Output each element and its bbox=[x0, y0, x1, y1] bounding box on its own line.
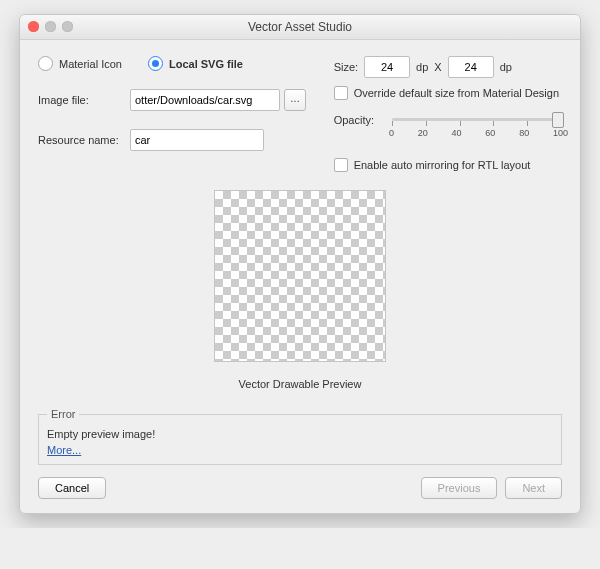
radio-material-icon[interactable]: Material Icon bbox=[38, 56, 122, 71]
slider-labels: 0 20 40 60 80 100 bbox=[389, 128, 568, 138]
resource-name-input[interactable] bbox=[130, 129, 264, 151]
override-checkbox[interactable] bbox=[334, 86, 348, 100]
size-sep: X bbox=[434, 61, 441, 73]
image-file-label: Image file: bbox=[38, 94, 130, 106]
browse-button[interactable]: … bbox=[284, 89, 306, 111]
image-file-input[interactable] bbox=[130, 89, 280, 111]
window-title: Vector Asset Studio bbox=[248, 20, 352, 34]
resource-name-label: Resource name: bbox=[38, 134, 130, 146]
zoom-icon[interactable] bbox=[62, 21, 73, 32]
preview-canvas bbox=[214, 190, 386, 362]
radio-local-svg[interactable]: Local SVG file bbox=[148, 56, 243, 71]
size-unit2: dp bbox=[500, 61, 512, 73]
error-group: Error Empty preview image! More... bbox=[38, 408, 562, 465]
slider-ticks bbox=[392, 121, 562, 126]
cancel-button[interactable]: Cancel bbox=[38, 477, 106, 499]
close-icon[interactable] bbox=[28, 21, 39, 32]
error-more-link[interactable]: More... bbox=[47, 444, 81, 456]
error-legend: Error bbox=[47, 408, 79, 420]
preview-label: Vector Drawable Preview bbox=[239, 378, 362, 390]
size-height-input[interactable] bbox=[448, 56, 494, 78]
opacity-slider[interactable]: 0 20 40 60 80 100 bbox=[392, 114, 562, 142]
size-unit1: dp bbox=[416, 61, 428, 73]
radio-svg-label: Local SVG file bbox=[169, 58, 243, 70]
size-width-input[interactable] bbox=[364, 56, 410, 78]
dialog-content: Material Icon Local SVG file Image file:… bbox=[20, 40, 580, 513]
rtl-label: Enable auto mirroring for RTL layout bbox=[354, 159, 531, 171]
size-label: Size: bbox=[334, 61, 358, 73]
error-message: Empty preview image! bbox=[47, 428, 553, 440]
radio-material-label: Material Icon bbox=[59, 58, 122, 70]
opacity-label: Opacity: bbox=[334, 114, 374, 126]
radio-dot-icon bbox=[38, 56, 53, 71]
slider-knob[interactable] bbox=[552, 112, 564, 128]
minimize-icon[interactable] bbox=[45, 21, 56, 32]
titlebar: Vector Asset Studio bbox=[20, 15, 580, 40]
override-label: Override default size from Material Desi… bbox=[354, 87, 559, 99]
traffic-lights bbox=[28, 21, 73, 32]
radio-dot-icon bbox=[148, 56, 163, 71]
rtl-checkbox[interactable] bbox=[334, 158, 348, 172]
previous-button[interactable]: Previous bbox=[421, 477, 498, 499]
next-button[interactable]: Next bbox=[505, 477, 562, 499]
dialog-window: Vector Asset Studio Material Icon Local … bbox=[19, 14, 581, 514]
